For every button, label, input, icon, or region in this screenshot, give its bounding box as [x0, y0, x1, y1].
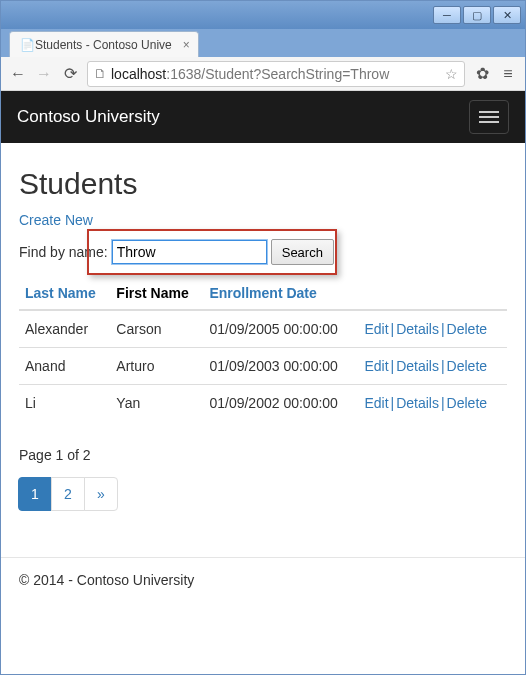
col-actions [358, 277, 507, 310]
delete-link[interactable]: Delete [447, 395, 487, 411]
page-title: Students [19, 167, 507, 201]
details-link[interactable]: Details [396, 358, 439, 374]
page-summary: Page 1 of 2 [19, 447, 507, 463]
col-enroll-date[interactable]: Enrollment Date [203, 277, 358, 310]
cell-actions: Edit|Details|Delete [358, 310, 507, 348]
edit-link[interactable]: Edit [364, 358, 388, 374]
col-first-name: First Name [110, 277, 203, 310]
bookmark-icon[interactable]: ☆ [445, 66, 458, 82]
address-bar: ← → ⟳ 🗋 localhost:1638/Student?SearchStr… [1, 57, 525, 91]
create-new-link[interactable]: Create New [19, 212, 93, 228]
details-link[interactable]: Details [396, 321, 439, 337]
brand-label[interactable]: Contoso University [17, 107, 160, 127]
url-host: localhost [111, 66, 166, 82]
maximize-button[interactable]: ▢ [463, 6, 491, 24]
details-link[interactable]: Details [396, 395, 439, 411]
cell-last-name: Alexander [19, 310, 110, 348]
cell-last-name: Anand [19, 348, 110, 385]
url-port: :1638 [166, 66, 201, 82]
browser-tab[interactable]: 📄 Students - Contoso Unive × [9, 31, 199, 57]
cell-enroll-date: 01/09/2005 00:00:00 [203, 310, 358, 348]
tab-title: Students - Contoso Unive [35, 38, 172, 52]
back-button[interactable]: ← [9, 65, 27, 83]
search-label: Find by name: [19, 244, 108, 260]
page-1[interactable]: 1 [18, 477, 52, 511]
cell-enroll-date: 01/09/2002 00:00:00 [203, 385, 358, 422]
page-next[interactable]: » [84, 477, 118, 511]
edit-link[interactable]: Edit [364, 321, 388, 337]
cell-last-name: Li [19, 385, 110, 422]
cell-actions: Edit|Details|Delete [358, 385, 507, 422]
reload-button[interactable]: ⟳ [61, 65, 79, 83]
table-row: LiYan01/09/2002 00:00:00Edit|Details|Del… [19, 385, 507, 422]
forward-button[interactable]: → [35, 65, 53, 83]
students-table: Last Name First Name Enrollment Date Ale… [19, 277, 507, 421]
search-input[interactable] [112, 240, 267, 264]
table-row: AlexanderCarson01/09/2005 00:00:00Edit|D… [19, 310, 507, 348]
footer-divider [1, 557, 525, 558]
delete-link[interactable]: Delete [447, 358, 487, 374]
cell-first-name: Carson [110, 310, 203, 348]
cell-first-name: Yan [110, 385, 203, 422]
menu-icon[interactable]: ≡ [499, 65, 517, 83]
main-content: Students Create New Find by name: Search… [1, 143, 525, 527]
edit-link[interactable]: Edit [364, 395, 388, 411]
cell-actions: Edit|Details|Delete [358, 348, 507, 385]
footer-text: © 2014 - Contoso University [1, 572, 525, 606]
page-icon: 📄 [20, 38, 35, 52]
sort-enroll-date[interactable]: Enrollment Date [209, 285, 316, 301]
search-row: Find by name: Search [19, 239, 507, 265]
cell-first-name: Arturo [110, 348, 203, 385]
close-window-button[interactable]: ✕ [493, 6, 521, 24]
site-navbar: Contoso University [1, 91, 525, 143]
url-path: /Student?SearchString=Throw [201, 66, 389, 82]
tab-strip: 📄 Students - Contoso Unive × [1, 29, 525, 57]
minimize-button[interactable]: ─ [433, 6, 461, 24]
delete-link[interactable]: Delete [447, 321, 487, 337]
url-field[interactable]: 🗋 localhost:1638/Student?SearchString=Th… [87, 61, 465, 87]
page-viewport: Contoso University Students Create New F… [1, 91, 525, 674]
nav-toggle-button[interactable] [469, 100, 509, 134]
site-icon: 🗋 [94, 66, 107, 81]
col-last-name[interactable]: Last Name [19, 277, 110, 310]
browser-window: ─ ▢ ✕ 📄 Students - Contoso Unive × ← → ⟳… [0, 0, 526, 675]
table-row: AnandArturo01/09/2003 00:00:00Edit|Detai… [19, 348, 507, 385]
pagination: 12» [19, 477, 507, 511]
cell-enroll-date: 01/09/2003 00:00:00 [203, 348, 358, 385]
sort-last-name[interactable]: Last Name [25, 285, 96, 301]
page-2[interactable]: 2 [51, 477, 85, 511]
window-titlebar: ─ ▢ ✕ [1, 1, 525, 29]
close-tab-icon[interactable]: × [183, 38, 190, 52]
search-button[interactable]: Search [271, 239, 334, 265]
settings-icon[interactable]: ✿ [473, 65, 491, 83]
